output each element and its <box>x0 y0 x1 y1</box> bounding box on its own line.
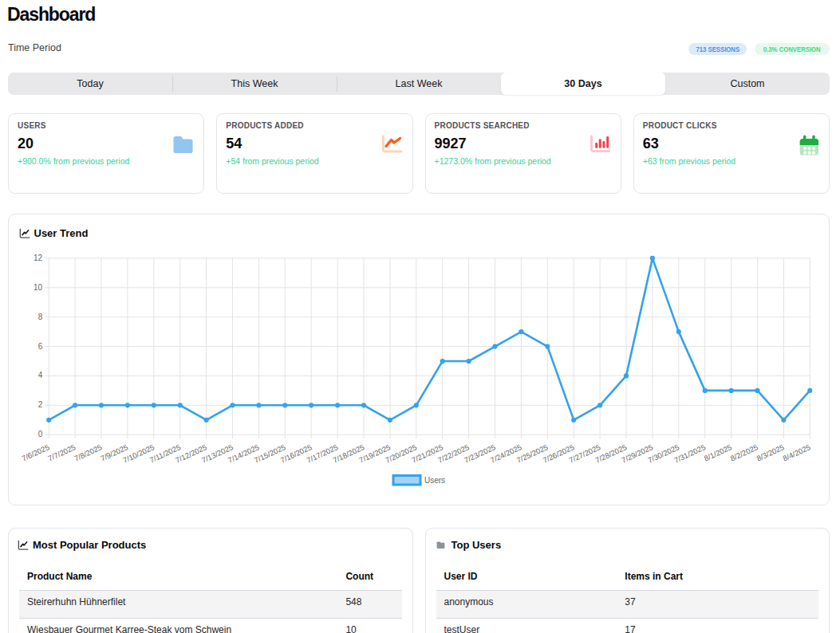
svg-text:6: 6 <box>38 342 43 351</box>
svg-text:12: 12 <box>34 254 43 262</box>
svg-text:8/3/2025: 8/3/2025 <box>755 442 786 463</box>
svg-text:10: 10 <box>34 283 43 292</box>
svg-text:8/2/2025: 8/2/2025 <box>729 442 759 463</box>
svg-text:0: 0 <box>38 430 43 438</box>
svg-text:8: 8 <box>38 313 43 321</box>
svg-text:7/7/2025: 7/7/2025 <box>46 442 77 463</box>
svg-text:Users: Users <box>424 476 445 485</box>
svg-text:2: 2 <box>38 400 43 409</box>
svg-text:4: 4 <box>38 371 43 379</box>
svg-text:8/4/2025: 8/4/2025 <box>781 442 811 463</box>
svg-text:8/1/2025: 8/1/2025 <box>703 442 733 463</box>
svg-text:7/6/2025: 7/6/2025 <box>20 442 50 463</box>
svg-text:7/8/2025: 7/8/2025 <box>73 442 103 463</box>
